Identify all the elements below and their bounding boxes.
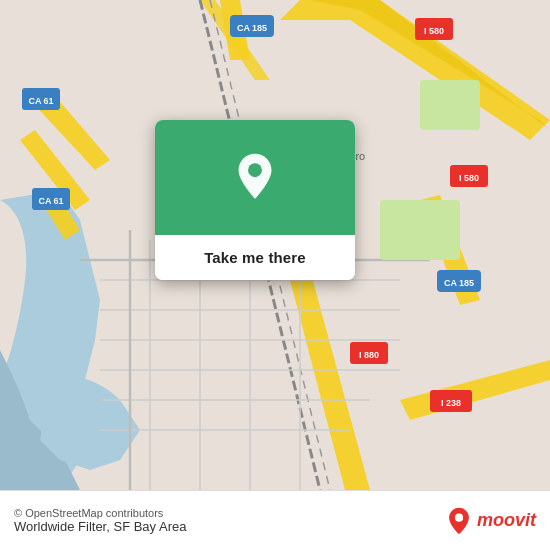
svg-point-36 [455,513,463,521]
popup-card: Take me there [155,120,355,280]
svg-text:CA 185: CA 185 [444,278,474,288]
svg-text:I 238: I 238 [441,398,461,408]
svg-rect-16 [420,80,480,130]
svg-rect-15 [380,200,460,260]
moovit-brand-text: moovit [477,510,536,531]
bottom-bar: © OpenStreetMap contributors Worldwide F… [0,490,550,550]
svg-text:I 580: I 580 [459,173,479,183]
svg-text:I 580: I 580 [424,26,444,36]
popup-header [155,120,355,235]
svg-text:CA 185: CA 185 [237,23,267,33]
svg-text:CA 61: CA 61 [28,96,53,106]
attribution-text: © OpenStreetMap contributors [14,507,186,519]
map: CA 185 I 580 I 580 CA 61 CA 61 I 880 I 2… [0,0,550,490]
svg-point-35 [248,163,262,177]
svg-text:I 880: I 880 [359,350,379,360]
location-pin-icon [229,152,281,204]
moovit-pin-icon [445,507,473,535]
location-label: Worldwide Filter, SF Bay Area [14,519,186,534]
take-me-there-button[interactable]: Take me there [155,235,355,280]
moovit-logo: moovit [445,507,536,535]
svg-text:CA 61: CA 61 [38,196,63,206]
